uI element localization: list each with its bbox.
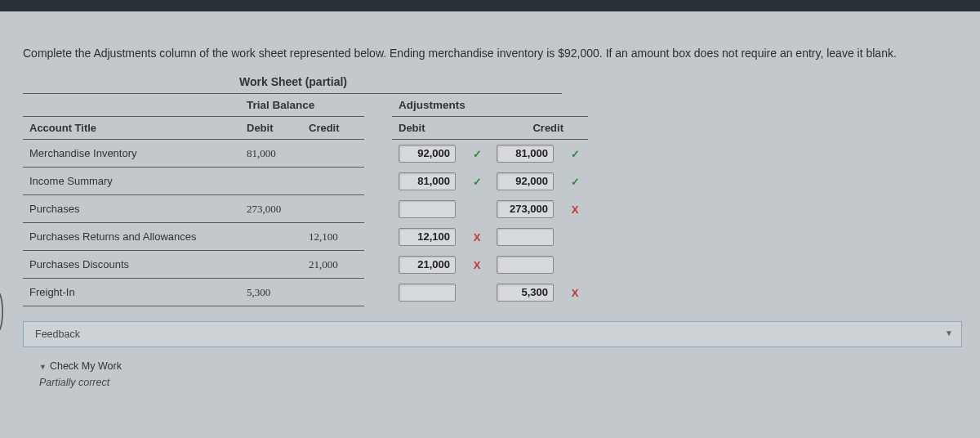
tb-debit-cell: 81,000 (240, 139, 302, 168)
table-row: Purchases273,000273,000X (23, 195, 588, 223)
table-row: Income Summary81,000✓92,000✓ (23, 168, 588, 195)
tb-debit-cell (240, 223, 302, 251)
cross-icon: X (568, 287, 581, 299)
table-row: Purchases Returns and Allowances12,10012… (23, 223, 588, 251)
tb-debit-cell: 5,300 (240, 279, 302, 306)
adj-credit-input[interactable]: 92,000 (497, 172, 554, 190)
check-icon: ✓ (470, 148, 483, 160)
tb-debit-cell: 273,000 (240, 195, 302, 223)
worksheet-title: Work Sheet (partial) (23, 72, 562, 94)
tb-credit-cell (302, 139, 364, 168)
header-tb-debit: Debit (240, 116, 302, 139)
adj-debit-input[interactable] (399, 284, 456, 302)
check-my-work-toggle[interactable]: ▼Check My Work (39, 360, 957, 372)
chevron-down-icon: ▼ (945, 328, 953, 337)
tb-credit-cell (302, 279, 364, 306)
check-icon: ✓ (568, 148, 581, 160)
cross-icon: X (568, 203, 581, 216)
check-my-work-section: ▼Check My Work Partially correct (23, 360, 957, 388)
adj-debit-input[interactable]: 92,000 (399, 145, 456, 163)
adj-debit-input[interactable]: 21,000 (399, 256, 456, 274)
cross-icon: X (470, 231, 483, 244)
check-icon: ✓ (568, 176, 581, 188)
worksheet-table: Trial Balance Adjustments Account Title … (23, 94, 588, 307)
table-row: Merchandise Inventory81,00092,000✓81,000… (23, 139, 588, 168)
tb-debit-cell (240, 168, 302, 195)
tb-credit-cell: 12,100 (302, 223, 364, 251)
header-trial-balance: Trial Balance (240, 94, 364, 117)
adj-debit-input[interactable] (399, 200, 456, 218)
account-title-cell: Purchases Returns and Allowances (23, 223, 240, 251)
worksheet: Work Sheet (partial) Trial Balance Adjus… (23, 72, 588, 307)
check-icon: ✓ (470, 176, 483, 188)
instructions-text: Complete the Adjustments column of the w… (23, 44, 957, 64)
decorative-paren: ) (0, 286, 4, 331)
table-row: Purchases Discounts21,00021,000X (23, 251, 588, 279)
tb-credit-cell: 21,000 (302, 251, 364, 279)
account-title-cell: Merchandise Inventory (23, 139, 240, 168)
header-adj-debit: Debit (392, 116, 490, 139)
cross-icon: X (470, 259, 483, 271)
feedback-label: Feedback (35, 328, 80, 340)
tb-credit-cell (302, 195, 364, 223)
caret-down-icon: ▼ (39, 363, 47, 371)
adj-debit-input[interactable]: 12,100 (399, 228, 456, 246)
header-adjustments: Adjustments (392, 94, 588, 117)
adj-credit-input[interactable]: 81,000 (497, 145, 554, 163)
feedback-box[interactable]: Feedback ▼ (23, 321, 962, 347)
check-my-work-status: Partially correct (39, 377, 957, 388)
tb-debit-cell (240, 251, 302, 279)
account-title-cell: Freight-In (23, 279, 240, 306)
adj-credit-input[interactable]: 5,300 (497, 284, 554, 302)
header-tb-credit: Credit (302, 116, 364, 139)
table-row: Freight-In5,3005,300X (23, 279, 588, 306)
adj-credit-input[interactable] (497, 256, 554, 274)
header-adj-credit: Credit (490, 116, 588, 139)
account-title-cell: Income Summary (23, 168, 240, 195)
account-title-cell: Purchases (23, 195, 240, 223)
adj-debit-input[interactable]: 81,000 (399, 172, 456, 190)
header-account-title: Account Title (23, 116, 240, 139)
check-my-work-label: Check My Work (50, 360, 122, 372)
tb-credit-cell (302, 168, 364, 195)
adj-credit-input[interactable]: 273,000 (497, 200, 554, 218)
account-title-cell: Purchases Discounts (23, 251, 240, 279)
adj-credit-input[interactable] (497, 228, 554, 246)
